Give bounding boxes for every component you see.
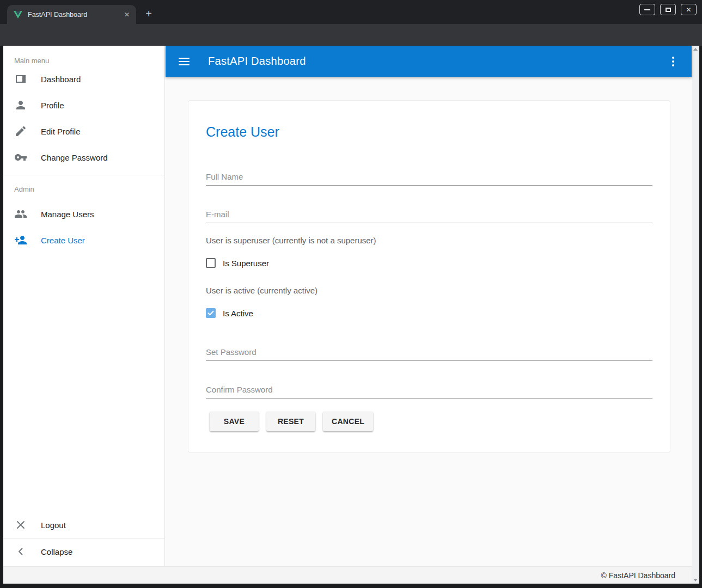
checkbox-label: Is Superuser — [223, 259, 269, 268]
sidebar-list-main: Dashboard Profile Edit Profile — [3, 66, 164, 170]
browser-toolbar: localhost/main/admin/users/create — [0, 24, 702, 46]
close-window-button[interactable]: ✕ — [681, 4, 697, 15]
sidebar-item-dashboard[interactable]: Dashboard — [3, 66, 164, 92]
cancel-button[interactable]: CANCEL — [323, 412, 373, 431]
scroll-up-arrow-icon[interactable] — [693, 48, 698, 51]
vertical-scrollbar[interactable] — [692, 46, 699, 584]
create-user-card: Create User User is superuser (currently… — [188, 100, 670, 453]
sidebar-item-label: Create User — [41, 236, 85, 245]
window-controls: ✕ — [639, 4, 697, 15]
sidebar: Main menu Dashboard Profile — [3, 46, 165, 566]
form-buttons: SAVE RESET CANCEL — [210, 412, 652, 431]
is-superuser-checkbox-row[interactable]: Is Superuser — [206, 256, 652, 270]
is-active-checkbox-row[interactable]: Is Active — [206, 307, 652, 320]
appbar-kebab-icon[interactable] — [668, 54, 679, 69]
logout-x-icon — [14, 518, 27, 531]
is-superuser-checkbox[interactable] — [206, 258, 216, 268]
sidebar-item-create-user[interactable]: Create User — [3, 227, 164, 253]
hamburger-menu-icon[interactable] — [179, 58, 190, 65]
page-footer: © FastAPI Dashboard — [3, 566, 692, 584]
sidebar-item-collapse[interactable]: Collapse — [3, 538, 164, 565]
sidebar-item-change-password[interactable]: Change Password — [3, 144, 164, 170]
sidebar-item-label: Profile — [41, 101, 64, 110]
reset-button[interactable]: RESET — [266, 412, 315, 431]
save-button[interactable]: SAVE — [210, 412, 259, 431]
tab-fastapi-dashboard[interactable]: FastAPI Dashboard ✕ — [7, 5, 136, 24]
people-icon — [14, 207, 27, 220]
tab-strip: FastAPI Dashboard ✕ + ✕ — [0, 0, 702, 24]
sidebar-item-label: Collapse — [41, 547, 72, 556]
copyright-text: © FastAPI Dashboard — [601, 571, 675, 580]
sidebar-item-label: Edit Profile — [41, 127, 81, 136]
set-password-input[interactable] — [206, 346, 652, 361]
sidebar-item-profile[interactable]: Profile — [3, 92, 164, 118]
scroll-down-arrow-icon[interactable] — [693, 579, 698, 581]
sidebar-item-manage-users[interactable]: Manage Users — [3, 201, 164, 227]
sidebar-bottom: Logout Collapse — [3, 512, 164, 565]
appbar-title: FastAPI Dashboard — [208, 55, 306, 68]
browser-window: FastAPI Dashboard ✕ + ✕ localhost/main/a… — [0, 0, 702, 588]
sidebar-section-admin: Admin — [3, 175, 164, 194]
sidebar-item-logout[interactable]: Logout — [3, 512, 164, 538]
tab-close-icon[interactable]: ✕ — [122, 10, 132, 20]
person-add-icon — [14, 234, 27, 247]
maximize-icon — [666, 8, 671, 12]
active-hint: User is active (currently active) — [206, 285, 652, 296]
is-active-checkbox[interactable] — [206, 308, 216, 318]
sidebar-item-label: Dashboard — [41, 75, 81, 84]
close-icon: ✕ — [686, 7, 691, 13]
sidebar-item-label: Change Password — [41, 153, 108, 162]
minimize-button[interactable] — [639, 4, 655, 15]
minimize-icon — [644, 9, 650, 10]
page-viewport: Main menu Dashboard Profile — [3, 46, 699, 584]
key-icon — [14, 151, 27, 164]
chevron-left-icon — [14, 545, 27, 558]
appbar: FastAPI Dashboard — [166, 46, 692, 77]
email-input[interactable] — [206, 209, 652, 223]
person-icon — [14, 99, 27, 112]
dashboard-icon — [14, 72, 27, 85]
checkbox-label: Is Active — [223, 309, 253, 318]
confirm-password-input[interactable] — [206, 384, 652, 399]
main-area: FastAPI Dashboard Create User User is su… — [166, 46, 692, 566]
vue-favicon — [14, 11, 22, 19]
sidebar-item-label: Manage Users — [41, 210, 94, 219]
tab-title: FastAPI Dashboard — [28, 11, 122, 19]
new-tab-button[interactable]: + — [142, 7, 156, 21]
form-title: Create User — [206, 124, 652, 140]
maximize-button[interactable] — [660, 4, 676, 15]
superuser-hint: User is superuser (currently is not a su… — [206, 235, 652, 246]
sidebar-item-edit-profile[interactable]: Edit Profile — [3, 118, 164, 144]
sidebar-section-main-menu: Main menu — [3, 46, 164, 65]
pencil-icon — [14, 125, 27, 138]
full-name-input[interactable] — [206, 171, 652, 186]
check-icon — [207, 309, 215, 317]
sidebar-item-label: Logout — [41, 520, 66, 530]
sidebar-list-admin: Manage Users Create User — [3, 201, 164, 253]
